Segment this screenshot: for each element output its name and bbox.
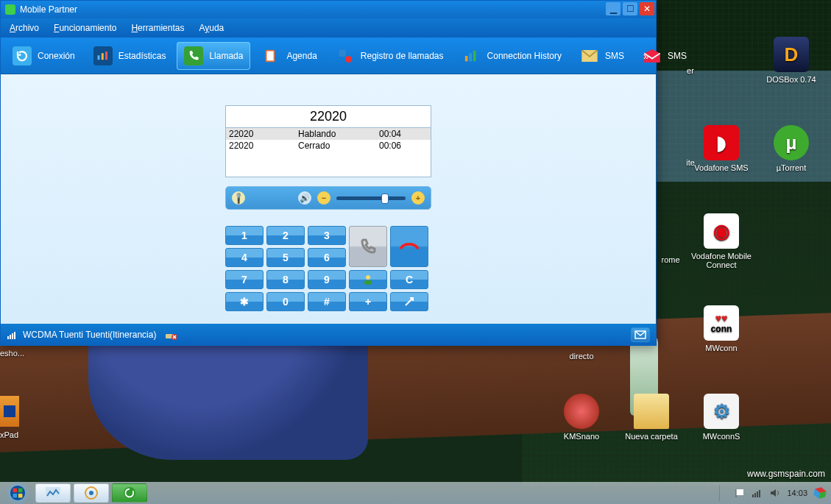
toolbar-registro[interactable]: Registro de llamadas [328,42,451,70]
folder-icon [634,394,669,429]
key-1[interactable]: 1 [225,226,264,245]
key-2[interactable]: 2 [266,226,305,245]
key-6[interactable]: 6 [308,248,346,267]
toolbar-sms-1[interactable]: SMS [573,42,632,70]
refresh-icon [13,46,32,65]
key-hash[interactable]: # [308,292,346,311]
menu-archivo[interactable]: Archivo [10,23,39,33]
svg-rect-1 [101,53,103,60]
kmsnano-icon [564,394,599,429]
disconnect-icon[interactable] [165,329,177,341]
desktop-icon-mwconns[interactable]: ⚙ MWconnS [688,394,754,441]
svg-rect-7 [464,56,467,61]
start-button[interactable] [3,483,32,503]
volume-slider[interactable] [336,196,406,200]
key-star[interactable]: ✱ [225,292,264,311]
label: Connection History [487,51,562,61]
desktop-icon-directo[interactable]: directo [548,352,615,361]
hangup-button[interactable] [390,226,428,267]
flag-icon[interactable] [734,487,746,499]
desktop-icon-kmsnano[interactable]: KMSnano [548,394,615,441]
svg-point-12 [366,275,370,280]
call-row[interactable]: 22020 Hablando 00:04 [226,128,431,140]
taskbar-app-1[interactable] [35,483,71,503]
volume-down-button[interactable]: − [317,191,330,205]
key-9[interactable]: 9 [308,270,346,289]
phone-icon [184,46,203,65]
svg-rect-8 [469,53,472,61]
toolbar-agenda[interactable]: Agenda [254,42,324,70]
label: directo [569,352,593,361]
desktop-icon-partial-ite[interactable]: ite [657,158,724,167]
key-4[interactable]: 4 [225,248,264,267]
svg-rect-0 [97,55,99,60]
key-plus[interactable]: + [349,292,387,311]
desktop-icon-mwconn[interactable]: ♥♥conn MWconn [688,305,754,352]
key-3[interactable]: 3 [308,226,346,245]
volume-up-button[interactable]: + [411,191,425,205]
clock[interactable]: 14:03 [787,489,807,497]
vodafone-icon: ◗ [704,125,739,160]
barchart-icon [462,46,481,65]
toolbar: Conexión Estadísticas Llamada Agenda Reg… [1,38,656,74]
call-view: 22020 22020 Hablando 00:04 22020 Cerrado… [1,74,656,324]
label: MWconn [705,344,737,352]
desktop-icon-new-folder[interactable]: Nueva carpeta [618,394,685,441]
toolbar-conexion[interactable]: Conexión [5,42,82,70]
key-8[interactable]: 8 [266,270,305,289]
call-panel: 22020 22020 Hablando 00:04 22020 Cerrado… [225,105,431,177]
speaker-icon[interactable]: 🔊 [298,191,311,205]
label: µTorrent [777,163,807,172]
svg-point-30 [89,491,93,495]
svg-rect-34 [752,494,754,497]
desktop-icon-dosbox[interactable]: D DOSBox 0.74 [758,37,824,84]
svg-rect-4 [267,51,274,60]
toolbar-connection-history[interactable]: Connection History [455,42,569,70]
svg-rect-27 [18,494,22,498]
close-button[interactable]: ✕ [640,2,654,15]
key-7[interactable]: 7 [225,270,264,289]
desktop-icon-vodafone-connect[interactable]: ◉ Vodafone Mobile Connect [688,213,754,269]
key-5[interactable]: 5 [266,248,305,267]
desktop-icon-xpad[interactable] [0,396,21,427]
taskbar-app-mobile-partner[interactable] [112,483,147,503]
chrome-icon [653,217,688,252]
desktop-icon-chrome[interactable]: rome [652,217,689,264]
menu-herramientas[interactable]: Herramientas [131,23,184,33]
menu-funcionamiento[interactable]: Funcionamiento [54,23,116,33]
volume-icon[interactable] [769,487,781,499]
expand-button[interactable] [390,292,428,311]
volume-panel: 🎤 🔊 − + [225,186,431,210]
tray-show-hidden[interactable] [719,485,728,501]
svg-rect-2 [105,52,107,60]
toolbar-more-button[interactable]: » [641,50,651,62]
desktop-icon-utorrent[interactable]: µ µTorrent [758,125,824,172]
toolbar-estadisticas[interactable]: Estadísticas [86,42,174,70]
contacts-button[interactable] [349,270,387,289]
key-clear[interactable]: C [390,270,428,289]
desktop-icon-partial-left[interactable]: esho... [0,349,24,358]
menu-ayuda[interactable]: Ayuda [199,23,224,33]
key-0[interactable]: 0 [266,292,305,311]
maximize-button[interactable]: ☐ [623,2,637,15]
dial-button[interactable] [349,226,387,267]
taskbar-app-2[interactable] [74,483,109,503]
mail-button[interactable] [631,327,650,342]
svg-rect-36 [757,491,758,497]
signal-icon [7,329,18,341]
history-icon [336,46,355,65]
svg-point-23 [10,486,25,500]
tray-cube-icon[interactable] [812,485,827,500]
label: MWconnS [703,432,740,441]
signal-icon[interactable] [752,487,763,499]
minimize-button[interactable]: ▁ [606,2,620,15]
svg-rect-13 [364,280,372,285]
svg-rect-16 [12,333,13,339]
call-row[interactable]: 22020 Cerrado 00:06 [226,140,431,152]
svg-rect-14 [7,336,9,339]
window-titlebar[interactable]: Mobile Partner ▁ ☐ ✕ [1,1,656,18]
svg-rect-32 [736,489,743,495]
microphone-icon[interactable]: 🎤 [229,188,247,207]
label: SMS [605,51,624,61]
toolbar-llamada[interactable]: Llamada [177,42,250,70]
